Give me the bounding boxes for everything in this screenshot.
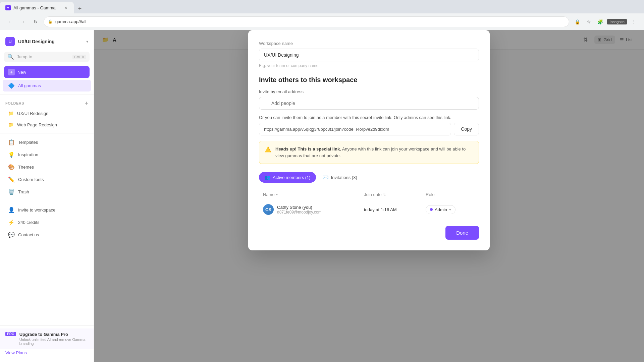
sidebar-divider-2 xyxy=(0,133,94,133)
all-gammas-label: All gammas xyxy=(18,83,41,88)
sidebar-item-inspiration[interactable]: 💡 Inspiration xyxy=(3,149,91,161)
themes-label: Themes xyxy=(18,165,34,170)
workspace-selector[interactable]: U UX/UI Designing ▾ xyxy=(0,34,94,49)
add-folder-button[interactable]: + xyxy=(85,100,88,106)
pro-upgrade-section: PRO Upgrade to Gamma Pro Unlock unlimite… xyxy=(0,328,94,349)
all-gammas-icon: 🔷 xyxy=(8,82,15,89)
tab-title: All gammas - Gamma xyxy=(13,5,56,10)
role-badge[interactable]: Admin ▾ xyxy=(426,205,455,214)
col-join-date-label: Join date xyxy=(364,192,382,197)
member-email: d871fe09@moodjoy.com xyxy=(277,210,322,215)
sidebar-folder-label: UX/UI Redesign xyxy=(17,111,48,116)
tab-close-button[interactable]: ✕ xyxy=(63,5,68,10)
new-button-icon: + xyxy=(8,69,15,75)
tab-invitations[interactable]: ✉️ Invitations (3) xyxy=(317,172,363,183)
sidebar: U UX/UI Designing ▾ 🔍 Jump to Ctrl+K + N… xyxy=(0,30,94,362)
avatar: CS xyxy=(263,204,274,215)
new-button[interactable]: + New xyxy=(4,66,90,78)
member-name: Cathy Stone (you) xyxy=(277,205,322,210)
invite-link-label: Or you can invite them to join as a memb… xyxy=(259,115,479,120)
sidebar-item-all-gammas[interactable]: 🔷 All gammas xyxy=(3,80,91,92)
sidebar-item-custom-fonts[interactable]: ✏️ Custom fonts xyxy=(3,174,91,185)
workspace-name-input[interactable] xyxy=(259,49,479,61)
back-button[interactable]: ← xyxy=(5,17,15,26)
view-plans-button[interactable]: View Plans xyxy=(5,350,88,355)
refresh-button[interactable]: ↻ xyxy=(31,17,40,26)
extensions-icon[interactable]: 🧩 xyxy=(595,17,605,26)
join-date-sort[interactable]: Join date ⇅ xyxy=(364,192,386,197)
new-tab-button[interactable]: + xyxy=(75,4,85,13)
role-dot xyxy=(430,208,433,211)
invitations-icon: ✉️ xyxy=(323,175,328,180)
pro-title: Upgrade to Gamma Pro xyxy=(19,332,88,337)
workspace-name-hint: E.g. your team or company name. xyxy=(259,63,479,68)
lock-icon: 🔒 xyxy=(48,19,53,24)
invite-email-input[interactable] xyxy=(259,97,479,110)
credits-icon: ⚡ xyxy=(8,219,15,226)
invite-link-row: Copy xyxy=(259,123,479,135)
address-bar[interactable]: 🔒 gamma.app/#all xyxy=(44,16,569,27)
sidebar-item-invite[interactable]: 👤 Invite to workspace xyxy=(3,204,91,216)
member-name-cell: CS Cathy Stone (you) d871fe09@moodjoy.co… xyxy=(259,200,360,219)
active-members-icon: 👥 xyxy=(264,175,270,180)
folder-icon-2: 📁 xyxy=(8,122,14,127)
sidebar-divider-3 xyxy=(0,201,94,201)
url-text: gamma.app/#all xyxy=(55,19,87,24)
col-join-date-header[interactable]: Join date ⇅ xyxy=(360,189,422,200)
invite-icon: 👤 xyxy=(8,207,15,213)
forward-button[interactable]: → xyxy=(18,17,28,26)
content-area: 📁 A ⇅ ⊞ Grid ☰ List Workspace name E.g. xyxy=(94,30,644,362)
sidebar-item-templates[interactable]: 📋 Templates xyxy=(3,136,91,148)
sidebar-item-ux-redesign[interactable]: 📁 UX/UI Redesign xyxy=(3,108,91,119)
sidebar-item-web-redesign[interactable]: 📁 Web Page Redesign xyxy=(3,119,91,130)
member-join-date-cell: today at 1:16 AM xyxy=(360,200,422,219)
warning-box: ⚠️ Heads up! This is a special link. Any… xyxy=(259,141,479,164)
workspace-avatar: U xyxy=(5,37,15,46)
contact-icon: 💬 xyxy=(8,232,15,238)
workspace-name-label: Workspace name xyxy=(259,41,479,46)
sidebar-item-trash[interactable]: 🗑️ Trash xyxy=(3,186,91,198)
sidebar-item-contact[interactable]: 💬 Contact us xyxy=(3,229,91,241)
warning-bold: Heads up! This is a special link. xyxy=(275,146,341,152)
fonts-icon: ✏️ xyxy=(8,176,15,183)
new-button-label: New xyxy=(17,70,26,75)
done-button[interactable]: Done xyxy=(445,226,479,240)
invite-section-title: Invite others to this workspace xyxy=(259,76,479,84)
members-table: Name ▾ Join date ⇅ xyxy=(259,189,479,219)
pro-desc: Unlock unlimited AI and remove Gamma bra… xyxy=(19,338,88,346)
sidebar-item-credits[interactable]: ⚡ 240 credits xyxy=(3,217,91,228)
sidebar-folder-label-2: Web Page Redesign xyxy=(17,122,57,127)
col-role-label: Role xyxy=(426,192,435,197)
workspace-chevron-icon: ▾ xyxy=(86,39,88,44)
tab-active-members[interactable]: 👥 Active members (1) xyxy=(259,172,316,183)
invite-modal: Workspace name E.g. your team or company… xyxy=(248,30,490,250)
sidebar-search[interactable]: 🔍 Jump to Ctrl+K xyxy=(4,52,90,62)
members-tabs: 👥 Active members (1) ✉️ Invitations (3) xyxy=(259,172,479,183)
incognito-badge: Incognito xyxy=(607,19,627,24)
sidebar-item-themes[interactable]: 🎨 Themes xyxy=(3,161,91,173)
invite-email-label: Invite by email address xyxy=(259,89,479,94)
warning-text: Heads up! This is a special link. Anyone… xyxy=(275,146,473,159)
member-info: CS Cathy Stone (you) d871fe09@moodjoy.co… xyxy=(263,204,356,215)
bookmark-icon[interactable]: ☆ xyxy=(584,17,593,26)
trash-icon: 🗑️ xyxy=(8,189,15,195)
sort-arrow-icon: ▾ xyxy=(276,193,278,196)
extension-icon[interactable]: 🔒 xyxy=(573,17,582,26)
invite-link-input[interactable] xyxy=(259,123,451,135)
member-role-cell: Admin ▾ xyxy=(422,200,479,219)
name-sort[interactable]: Name ▾ xyxy=(263,192,278,197)
col-name-header[interactable]: Name ▾ xyxy=(259,189,360,200)
browser-tab[interactable]: γ All gammas - Gamma ✕ xyxy=(0,2,74,13)
search-shortcut: Ctrl+K xyxy=(72,55,86,59)
workspace-name: UX/UI Designing xyxy=(18,39,83,44)
member-join-date: today at 1:16 AM xyxy=(364,207,397,212)
menu-icon[interactable]: ⋮ xyxy=(629,17,639,26)
folders-section: Folders + xyxy=(0,98,94,108)
join-date-sort-icon: ⇅ xyxy=(383,193,386,196)
credits-label: 240 credits xyxy=(18,220,40,225)
modal-footer: Done xyxy=(259,219,479,240)
sidebar-divider-1 xyxy=(0,95,94,95)
copy-button[interactable]: Copy xyxy=(454,123,479,135)
contact-label: Contact us xyxy=(18,232,39,237)
search-icon: 🔍 xyxy=(7,54,14,60)
